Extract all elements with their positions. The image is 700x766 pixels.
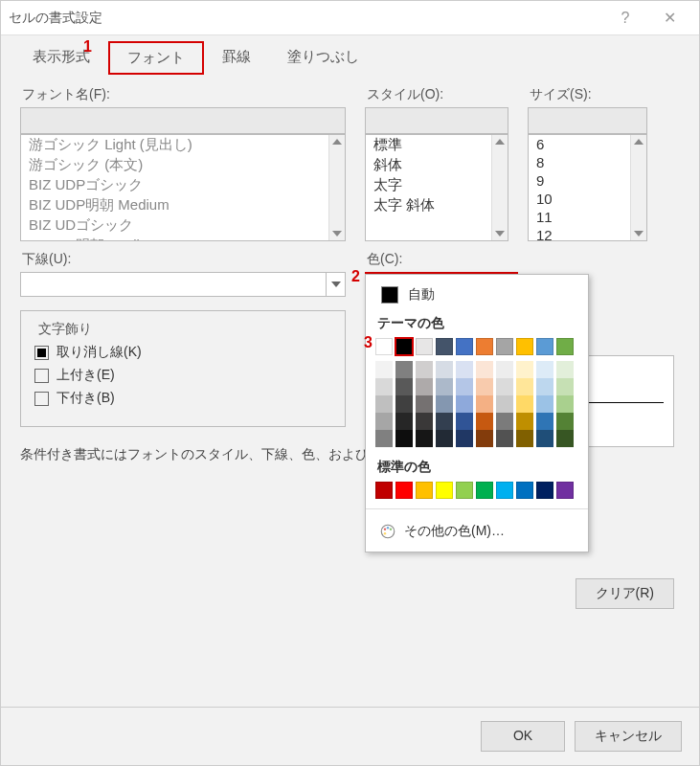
color-swatch[interactable]	[496, 430, 513, 447]
list-item[interactable]: 斜体	[366, 155, 508, 175]
color-swatch[interactable]	[416, 395, 433, 413]
color-swatch[interactable]	[375, 430, 393, 447]
list-item[interactable]: 標準	[366, 135, 508, 155]
color-swatch[interactable]	[375, 413, 393, 430]
list-item[interactable]: 游ゴシック (本文)	[21, 155, 345, 175]
color-swatch[interactable]	[416, 482, 433, 499]
color-swatch[interactable]	[476, 338, 493, 355]
automatic-color-row[interactable]: 自動	[375, 282, 578, 311]
color-swatch[interactable]	[436, 482, 453, 499]
color-swatch[interactable]	[516, 338, 533, 355]
color-swatch[interactable]	[476, 395, 493, 413]
strikethrough-checkbox[interactable]	[34, 346, 49, 360]
color-swatch[interactable]	[375, 395, 393, 413]
color-swatch[interactable]	[416, 430, 433, 447]
color-swatch[interactable]	[516, 361, 533, 378]
list-item[interactable]: BIZ UD明朝 Medium	[21, 236, 345, 241]
style-list[interactable]: 標準 斜体 太字 太字 斜体	[365, 134, 508, 241]
ok-button[interactable]: OK	[481, 721, 565, 752]
color-swatch[interactable]	[456, 361, 473, 378]
style-input[interactable]	[365, 107, 508, 134]
color-swatch[interactable]	[436, 395, 453, 413]
color-swatch[interactable]	[476, 378, 493, 395]
list-item[interactable]: 12	[529, 226, 646, 241]
color-swatch[interactable]	[476, 413, 493, 430]
color-swatch[interactable]	[436, 413, 453, 430]
chevron-down-icon[interactable]	[326, 273, 345, 296]
tab-number-format[interactable]: 表示形式	[14, 41, 108, 75]
color-swatch[interactable]	[456, 378, 473, 395]
color-swatch[interactable]	[436, 430, 453, 447]
list-item[interactable]: 太字	[366, 175, 508, 195]
clear-button[interactable]: クリア(R)	[576, 578, 674, 609]
tab-fill[interactable]: 塗りつぶし	[269, 41, 377, 75]
tab-font[interactable]: フォント	[108, 41, 204, 75]
color-swatch[interactable]	[416, 413, 433, 430]
color-swatch[interactable]	[375, 361, 393, 378]
color-swatch[interactable]	[375, 338, 393, 355]
color-swatch[interactable]	[395, 482, 413, 499]
color-swatch[interactable]	[516, 378, 533, 395]
color-swatch[interactable]	[536, 430, 553, 447]
color-swatch[interactable]	[436, 361, 453, 378]
color-swatch[interactable]	[556, 482, 574, 499]
color-swatch[interactable]	[476, 482, 493, 499]
color-swatch[interactable]	[536, 338, 553, 355]
color-swatch[interactable]	[476, 361, 493, 378]
color-swatch[interactable]	[456, 413, 473, 430]
superscript-checkbox[interactable]	[34, 369, 49, 383]
list-item[interactable]: 9	[529, 171, 646, 190]
color-swatch[interactable]	[556, 361, 574, 378]
more-colors-button[interactable]: その他の色(M)…	[375, 517, 578, 546]
color-swatch[interactable]	[556, 430, 574, 447]
subscript-checkbox[interactable]	[34, 392, 49, 406]
list-item[interactable]: 11	[529, 208, 646, 226]
color-swatch[interactable]	[395, 378, 413, 395]
color-swatch[interactable]	[536, 361, 553, 378]
color-swatch[interactable]	[496, 395, 513, 413]
list-item[interactable]: 6	[529, 135, 646, 153]
color-swatch[interactable]	[416, 378, 433, 395]
color-swatch[interactable]	[536, 395, 553, 413]
help-button[interactable]: ?	[603, 10, 647, 27]
color-swatch[interactable]	[516, 413, 533, 430]
color-swatch[interactable]	[536, 378, 553, 395]
size-list[interactable]: 6 8 9 10 11 12	[528, 134, 647, 241]
color-swatch[interactable]	[456, 338, 473, 355]
color-swatch[interactable]	[395, 430, 413, 447]
list-item[interactable]: BIZ UDゴシック	[21, 215, 345, 236]
tab-border[interactable]: 罫線	[204, 41, 269, 75]
underline-combo[interactable]	[20, 272, 346, 297]
size-input[interactable]	[528, 107, 647, 134]
color-swatch[interactable]	[556, 378, 574, 395]
color-swatch[interactable]	[516, 482, 533, 499]
color-swatch[interactable]	[375, 482, 393, 499]
font-name-input[interactable]	[20, 107, 346, 134]
color-swatch[interactable]	[395, 361, 413, 378]
color-swatch[interactable]	[496, 378, 513, 395]
color-swatch[interactable]	[456, 395, 473, 413]
color-swatch[interactable]	[395, 413, 413, 430]
color-swatch[interactable]	[375, 378, 393, 395]
list-item[interactable]: BIZ UDPゴシック	[21, 175, 345, 195]
scrollbar[interactable]	[491, 135, 508, 240]
font-name-list[interactable]: 游ゴシック Light (見出し) 游ゴシック (本文) BIZ UDPゴシック…	[20, 134, 346, 241]
scrollbar[interactable]	[630, 135, 646, 240]
color-swatch[interactable]	[556, 338, 574, 355]
color-swatch[interactable]	[496, 482, 513, 499]
cancel-button[interactable]: キャンセル	[575, 721, 682, 752]
list-item[interactable]: 游ゴシック Light (見出し)	[21, 135, 345, 155]
list-item[interactable]: 8	[529, 153, 646, 171]
color-swatch[interactable]	[516, 395, 533, 413]
color-swatch[interactable]	[436, 338, 453, 355]
color-swatch[interactable]	[556, 413, 574, 430]
color-swatch[interactable]	[496, 361, 513, 378]
list-item[interactable]: BIZ UDP明朝 Medium	[21, 195, 345, 215]
color-swatch[interactable]	[416, 361, 433, 378]
color-swatch[interactable]	[456, 430, 473, 447]
color-swatch[interactable]	[536, 482, 553, 499]
color-swatch[interactable]	[395, 338, 413, 355]
color-swatch[interactable]	[395, 395, 413, 413]
color-swatch[interactable]	[496, 338, 513, 355]
color-swatch[interactable]	[436, 378, 453, 395]
